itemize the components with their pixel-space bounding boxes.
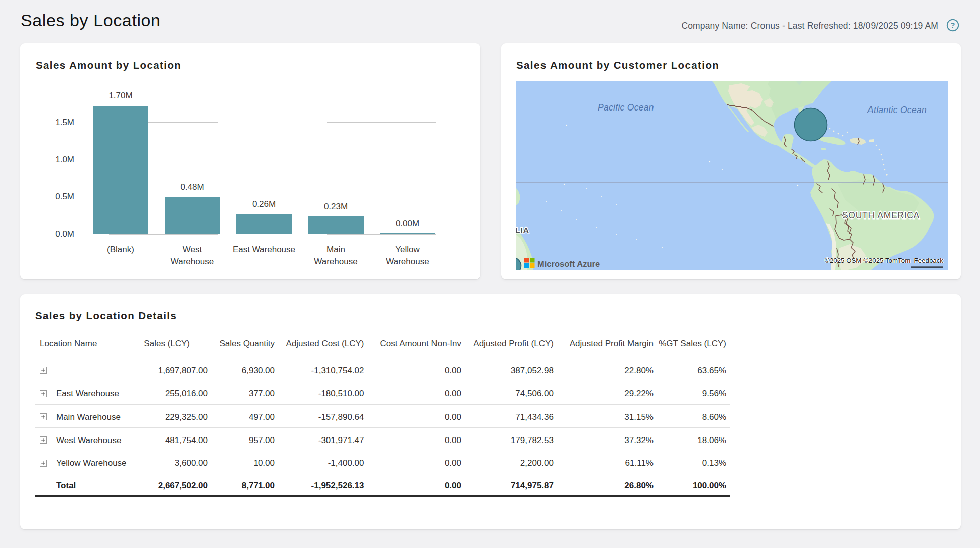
svg-text:©2025 OSM ©2025 TomTom Feedba: ©2025 OSM ©2025 TomTom Feedback: [825, 257, 943, 264]
svg-text:Pacific Ocean: Pacific Ocean: [598, 102, 654, 113]
svg-text:LIA: LIA: [516, 226, 529, 234]
svg-text:Microsoft Azure: Microsoft Azure: [537, 259, 600, 268]
svg-text:SOUTH AMERICA: SOUTH AMERICA: [842, 210, 920, 221]
svg-text:?: ?: [951, 21, 955, 29]
svg-text:Atlantic Ocean: Atlantic Ocean: [867, 105, 927, 115]
